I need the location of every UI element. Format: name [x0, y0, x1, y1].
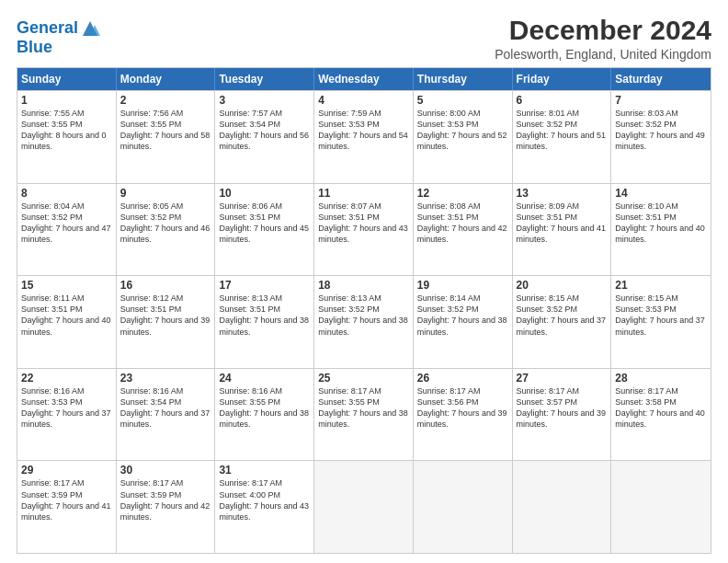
day-header-monday: Monday	[117, 68, 216, 90]
cell-text: Sunrise: 8:16 AMSunset: 3:54 PMDaylight:…	[120, 386, 210, 429]
calendar-week-1: 1Sunrise: 7:55 AMSunset: 3:55 PMDaylight…	[17, 90, 711, 183]
cell-text: Sunrise: 8:15 AMSunset: 3:53 PMDaylight:…	[615, 293, 705, 336]
subtitle: Polesworth, England, United Kingdom	[495, 47, 711, 62]
day-cell-20: 20Sunrise: 8:15 AMSunset: 3:52 PMDayligh…	[513, 276, 612, 368]
logo: General Blue	[17, 18, 100, 57]
page: General Blue December 2024 Polesworth, E…	[0, 0, 728, 563]
day-cell-16: 16Sunrise: 8:12 AMSunset: 3:51 PMDayligh…	[117, 276, 216, 368]
day-cell-19: 19Sunrise: 8:14 AMSunset: 3:52 PMDayligh…	[414, 276, 513, 368]
day-number: 18	[318, 279, 409, 292]
day-cell-31: 31Sunrise: 8:17 AMSunset: 4:00 PMDayligh…	[215, 461, 314, 553]
cell-text: Sunrise: 7:56 AMSunset: 3:55 PMDaylight:…	[120, 109, 210, 151]
cell-text: Sunrise: 8:17 AMSunset: 3:59 PMDaylight:…	[120, 478, 210, 521]
day-number: 11	[318, 187, 409, 200]
day-cell-2: 2Sunrise: 7:56 AMSunset: 3:55 PMDaylight…	[117, 91, 216, 183]
day-cell-24: 24Sunrise: 8:16 AMSunset: 3:55 PMDayligh…	[215, 369, 314, 461]
day-cell-17: 17Sunrise: 8:13 AMSunset: 3:51 PMDayligh…	[215, 276, 314, 368]
cell-text: Sunrise: 8:13 AMSunset: 3:51 PMDaylight:…	[219, 293, 309, 336]
day-cell-22: 22Sunrise: 8:16 AMSunset: 3:53 PMDayligh…	[17, 369, 117, 461]
day-number: 26	[417, 372, 508, 385]
day-number: 29	[21, 464, 112, 477]
cell-text: Sunrise: 8:07 AMSunset: 3:51 PMDaylight:…	[318, 201, 408, 244]
day-cell-5: 5Sunrise: 8:00 AMSunset: 3:53 PMDaylight…	[414, 91, 513, 183]
day-header-tuesday: Tuesday	[215, 68, 314, 90]
cell-text: Sunrise: 8:17 AMSunset: 3:59 PMDaylight:…	[21, 478, 111, 521]
day-cell-4: 4Sunrise: 7:59 AMSunset: 3:53 PMDaylight…	[314, 91, 414, 183]
day-cell-13: 13Sunrise: 8:09 AMSunset: 3:51 PMDayligh…	[513, 184, 612, 276]
day-cell-6: 6Sunrise: 8:01 AMSunset: 3:52 PMDaylight…	[513, 91, 612, 183]
day-number: 10	[219, 187, 310, 200]
calendar-week-5: 29Sunrise: 8:17 AMSunset: 3:59 PMDayligh…	[17, 460, 711, 553]
day-cell-23: 23Sunrise: 8:16 AMSunset: 3:54 PMDayligh…	[117, 369, 216, 461]
logo-icon	[80, 18, 100, 39]
cell-text: Sunrise: 8:04 AMSunset: 3:52 PMDaylight:…	[21, 201, 111, 244]
day-number: 21	[615, 279, 707, 292]
day-cell-26: 26Sunrise: 8:17 AMSunset: 3:56 PMDayligh…	[414, 369, 513, 461]
cell-text: Sunrise: 7:57 AMSunset: 3:54 PMDaylight:…	[219, 109, 309, 151]
cell-text: Sunrise: 8:13 AMSunset: 3:52 PMDaylight:…	[318, 293, 408, 336]
cell-text: Sunrise: 8:17 AMSunset: 3:55 PMDaylight:…	[318, 386, 408, 429]
day-number: 30	[120, 464, 211, 477]
calendar-week-3: 15Sunrise: 8:11 AMSunset: 3:51 PMDayligh…	[17, 275, 711, 368]
day-cell-29: 29Sunrise: 8:17 AMSunset: 3:59 PMDayligh…	[17, 461, 117, 553]
cell-text: Sunrise: 8:08 AMSunset: 3:51 PMDaylight:…	[417, 201, 507, 244]
cell-text: Sunrise: 8:01 AMSunset: 3:52 PMDaylight:…	[517, 109, 607, 151]
cell-text: Sunrise: 8:06 AMSunset: 3:51 PMDaylight:…	[219, 201, 309, 244]
day-number: 4	[318, 94, 409, 107]
empty-cell	[414, 461, 513, 553]
empty-cell	[314, 461, 414, 553]
day-cell-28: 28Sunrise: 8:17 AMSunset: 3:58 PMDayligh…	[611, 369, 711, 461]
cell-text: Sunrise: 8:17 AMSunset: 4:00 PMDaylight:…	[219, 478, 309, 521]
day-number: 23	[120, 372, 211, 385]
day-cell-1: 1Sunrise: 7:55 AMSunset: 3:55 PMDaylight…	[17, 91, 117, 183]
cell-text: Sunrise: 8:17 AMSunset: 3:56 PMDaylight:…	[417, 386, 507, 429]
day-number: 14	[615, 187, 707, 200]
day-cell-21: 21Sunrise: 8:15 AMSunset: 3:53 PMDayligh…	[611, 276, 711, 368]
day-cell-15: 15Sunrise: 8:11 AMSunset: 3:51 PMDayligh…	[17, 276, 117, 368]
calendar-header: SundayMondayTuesdayWednesdayThursdayFrid…	[17, 68, 711, 90]
day-cell-12: 12Sunrise: 8:08 AMSunset: 3:51 PMDayligh…	[414, 184, 513, 276]
calendar-week-2: 8Sunrise: 8:04 AMSunset: 3:52 PMDaylight…	[17, 183, 711, 276]
day-number: 13	[517, 187, 608, 200]
calendar-body: 1Sunrise: 7:55 AMSunset: 3:55 PMDaylight…	[17, 90, 711, 553]
cell-text: Sunrise: 8:16 AMSunset: 3:55 PMDaylight:…	[219, 386, 309, 429]
cell-text: Sunrise: 8:17 AMSunset: 3:57 PMDaylight:…	[517, 386, 607, 429]
day-header-sunday: Sunday	[17, 68, 117, 90]
day-header-saturday: Saturday	[611, 68, 711, 90]
day-number: 15	[21, 279, 112, 292]
day-number: 2	[120, 94, 211, 107]
day-cell-8: 8Sunrise: 8:04 AMSunset: 3:52 PMDaylight…	[17, 184, 117, 276]
day-cell-7: 7Sunrise: 8:03 AMSunset: 3:52 PMDaylight…	[611, 91, 711, 183]
cell-text: Sunrise: 8:09 AMSunset: 3:51 PMDaylight:…	[517, 201, 607, 244]
header: General Blue December 2024 Polesworth, E…	[17, 15, 711, 62]
day-number: 5	[417, 94, 508, 107]
day-number: 7	[615, 94, 707, 107]
cell-text: Sunrise: 8:12 AMSunset: 3:51 PMDaylight:…	[120, 293, 210, 336]
day-number: 16	[120, 279, 211, 292]
empty-cell	[513, 461, 612, 553]
day-number: 20	[517, 279, 608, 292]
day-number: 31	[219, 464, 310, 477]
day-number: 28	[615, 372, 707, 385]
day-number: 8	[21, 187, 112, 200]
day-number: 27	[517, 372, 608, 385]
cell-text: Sunrise: 8:15 AMSunset: 3:52 PMDaylight:…	[517, 293, 607, 336]
day-cell-3: 3Sunrise: 7:57 AMSunset: 3:54 PMDaylight…	[215, 91, 314, 183]
day-header-thursday: Thursday	[414, 68, 513, 90]
day-cell-27: 27Sunrise: 8:17 AMSunset: 3:57 PMDayligh…	[513, 369, 612, 461]
day-cell-9: 9Sunrise: 8:05 AMSunset: 3:52 PMDaylight…	[117, 184, 216, 276]
logo-text-line1: General	[17, 19, 78, 38]
day-cell-14: 14Sunrise: 8:10 AMSunset: 3:51 PMDayligh…	[611, 184, 711, 276]
cell-text: Sunrise: 7:59 AMSunset: 3:53 PMDaylight:…	[318, 109, 408, 151]
day-cell-18: 18Sunrise: 8:13 AMSunset: 3:52 PMDayligh…	[314, 276, 414, 368]
day-number: 22	[21, 372, 112, 385]
day-number: 9	[120, 187, 211, 200]
day-number: 25	[318, 372, 409, 385]
logo-text-line2: Blue	[17, 39, 100, 57]
cell-text: Sunrise: 8:05 AMSunset: 3:52 PMDaylight:…	[120, 201, 210, 244]
day-cell-25: 25Sunrise: 8:17 AMSunset: 3:55 PMDayligh…	[314, 369, 414, 461]
day-cell-30: 30Sunrise: 8:17 AMSunset: 3:59 PMDayligh…	[117, 461, 216, 553]
cell-text: Sunrise: 8:11 AMSunset: 3:51 PMDaylight:…	[21, 293, 111, 336]
cell-text: Sunrise: 8:16 AMSunset: 3:53 PMDaylight:…	[21, 386, 111, 429]
day-number: 12	[417, 187, 508, 200]
